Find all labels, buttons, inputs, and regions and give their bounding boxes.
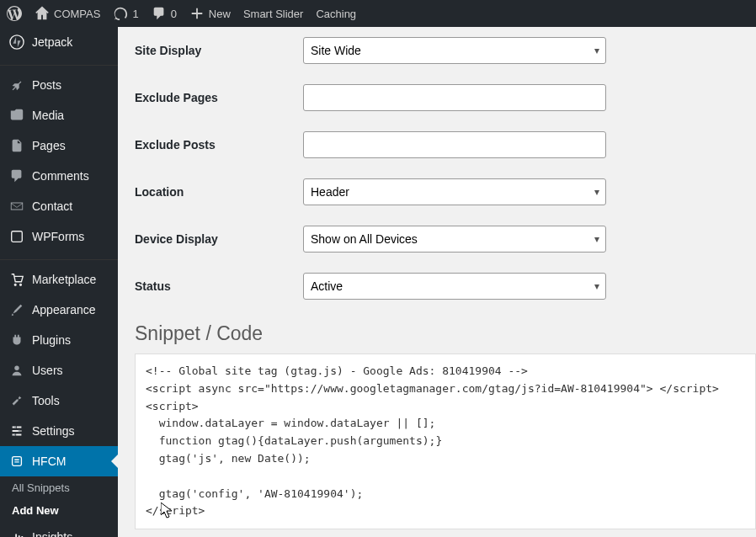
svg-point-0	[10, 35, 24, 49]
menu-label: Media	[32, 109, 64, 122]
hfcm-icon	[8, 453, 25, 470]
menu-label: Tools	[32, 394, 60, 407]
row-exclude-pages: Exclude Pages	[118, 74, 756, 121]
select-status[interactable]: Active	[303, 273, 606, 300]
row-location: Location Header	[118, 168, 756, 215]
sidebar-item-tools[interactable]: Tools	[0, 385, 118, 416]
svg-point-3	[14, 426, 17, 428]
sidebar-item-settings[interactable]: Settings	[0, 416, 118, 446]
sidebar-item-insights[interactable]: Insights	[0, 522, 118, 537]
sidebar-item-media[interactable]: Media	[0, 100, 118, 130]
select-location[interactable]: Header	[303, 178, 606, 205]
sidebar-item-plugins[interactable]: Plugins	[0, 325, 118, 355]
select-site-display[interactable]: Site Wide	[303, 37, 606, 64]
svg-point-5	[13, 433, 16, 436]
input-exclude-pages[interactable]	[303, 84, 606, 111]
menu-label: Marketplace	[32, 273, 96, 286]
jetpack-icon	[8, 34, 25, 51]
row-exclude-posts: Exclude Posts	[118, 121, 756, 168]
svg-rect-1	[12, 231, 23, 242]
snippet-heading: Snippet / Code	[118, 310, 756, 354]
sidebar-item-marketplace[interactable]: Marketplace	[0, 264, 118, 295]
media-icon	[8, 107, 25, 124]
menu-label: Appearance	[32, 303, 96, 316]
svg-point-4	[18, 430, 20, 433]
wrench-icon	[8, 392, 25, 409]
wpforms-icon	[8, 228, 25, 245]
admin-toolbar: COMPAS 1 0 New Smart Slider Caching	[0, 0, 756, 27]
label-location: Location	[135, 185, 303, 199]
row-site-display: Site Display Site Wide	[118, 27, 756, 74]
menu-label: Users	[32, 364, 63, 377]
label-site-display: Site Display	[135, 44, 303, 57]
comments-link[interactable]: 0	[152, 6, 177, 21]
settings-form: Site Display Site Wide Exclude Pages Exc…	[118, 27, 756, 310]
sidebar-item-wpforms[interactable]: WPForms	[0, 221, 118, 252]
admin-sidebar: Jetpack Posts Media Pages Comments Conta…	[0, 27, 118, 537]
chart-icon	[8, 529, 25, 537]
plug-icon	[8, 332, 25, 348]
menu-label: HFCM	[32, 455, 66, 468]
row-device-display: Device Display Show on All Devices	[118, 215, 756, 263]
sidebar-item-appearance[interactable]: Appearance	[0, 295, 118, 325]
input-exclude-posts[interactable]	[303, 131, 606, 158]
sidebar-item-pages[interactable]: Pages	[0, 130, 118, 161]
new-link[interactable]: New	[189, 6, 231, 21]
menu-label: WPForms	[32, 230, 84, 243]
svg-rect-6	[13, 457, 22, 466]
sidebar-item-comments[interactable]: Comments	[0, 161, 118, 191]
sidebar-item-users[interactable]: Users	[0, 355, 118, 385]
comments-count: 0	[171, 8, 177, 20]
menu-label: Comments	[32, 169, 89, 183]
sidebar-item-hfcm[interactable]: HFCM	[0, 446, 118, 476]
menu-separator	[0, 61, 118, 66]
label-exclude-pages: Exclude Pages	[135, 91, 303, 104]
code-textarea[interactable]: <!-- Global site tag (gtag.js) - Google …	[135, 354, 756, 529]
svg-point-2	[14, 366, 19, 370]
pin-icon	[8, 77, 25, 93]
menu-label: Jetpack	[32, 35, 72, 49]
brush-icon	[8, 301, 25, 318]
menu-label: Pages	[32, 139, 66, 152]
pages-icon	[8, 137, 25, 154]
marketplace-icon	[8, 271, 25, 288]
caching-link[interactable]: Caching	[316, 8, 356, 20]
wp-logo[interactable]	[7, 6, 22, 21]
row-status: Status Active	[118, 263, 756, 310]
menu-separator	[0, 256, 118, 260]
users-icon	[8, 362, 25, 379]
menu-label: Insights	[32, 530, 72, 537]
sidebar-item-contact[interactable]: Contact	[0, 191, 118, 221]
label-status: Status	[135, 279, 303, 293]
wordpress-icon	[7, 6, 22, 21]
plus-icon	[189, 6, 205, 21]
menu-label: Contact	[32, 199, 72, 213]
updates-link[interactable]: 1	[113, 6, 138, 21]
sliders-icon	[8, 423, 25, 439]
submenu-all-snippets[interactable]: All Snippets	[0, 476, 118, 499]
smart-slider-link[interactable]: Smart Slider	[243, 8, 304, 20]
updates-count: 1	[132, 8, 138, 20]
label-device-display: Device Display	[135, 232, 303, 246]
new-label: New	[209, 8, 231, 20]
comments-icon	[8, 167, 25, 184]
menu-label: Settings	[32, 424, 75, 438]
menu-label: Posts	[32, 78, 61, 92]
submenu-add-new[interactable]: Add New	[0, 499, 118, 522]
sidebar-item-posts[interactable]: Posts	[0, 70, 118, 100]
sidebar-item-jetpack[interactable]: Jetpack	[0, 27, 118, 57]
site-name-link[interactable]: COMPAS	[35, 6, 100, 21]
site-name: COMPAS	[54, 8, 100, 20]
mail-icon	[8, 198, 25, 215]
label-exclude-posts: Exclude Posts	[135, 138, 303, 152]
menu-label: Plugins	[32, 333, 71, 347]
update-icon	[113, 6, 128, 21]
main-content: Site Display Site Wide Exclude Pages Exc…	[118, 27, 756, 537]
home-icon	[35, 6, 50, 21]
select-device-display[interactable]: Show on All Devices	[303, 226, 606, 253]
comment-icon	[152, 6, 167, 21]
